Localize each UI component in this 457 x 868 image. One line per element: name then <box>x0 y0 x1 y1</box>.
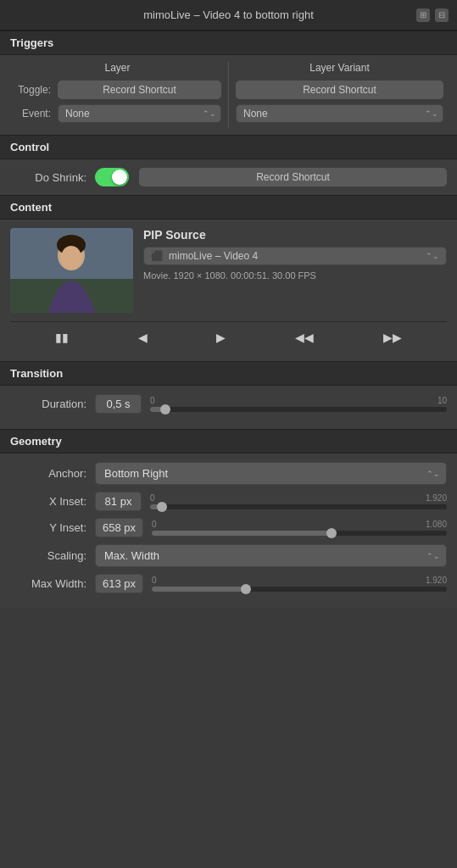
pause-button[interactable]: ▮▮ <box>48 327 75 348</box>
layer-shortcut-button[interactable]: Record Shortcut <box>58 81 221 99</box>
content-section: PIP Source ⬛ mimoLive – Video 4 ⌃⌄ Movie… <box>0 220 457 361</box>
anchor-select-wrapper: Bottom Right Top Left Top Right Bottom L… <box>95 462 447 485</box>
y-inset-slider-thumb <box>326 528 337 538</box>
layer-variant-col-header: Layer Variant <box>309 62 369 74</box>
pip-source-chevron: ⌃⌄ <box>426 252 439 260</box>
duration-slider-wrapper: 0 10 <box>150 396 447 412</box>
y-inset-range-labels: 0 1.080 <box>152 520 447 529</box>
pip-info: PIP Source ⬛ mimoLive – Video 4 ⌃⌄ Movie… <box>143 228 447 313</box>
anchor-row: Anchor: Bottom Right Top Left Top Right … <box>10 462 447 485</box>
y-inset-slider-track[interactable] <box>152 531 447 536</box>
layer-variant-shortcut-button[interactable]: Record Shortcut <box>236 81 443 99</box>
scaling-row: Scaling: Max. Width Max. Height Fit Fill… <box>10 544 447 567</box>
scaling-select-wrapper: Max. Width Max. Height Fit Fill ⌃⌄ <box>95 544 447 567</box>
y-inset-value[interactable]: 658 px <box>95 518 143 537</box>
skip-back-button[interactable]: ◀ <box>131 327 154 348</box>
variant-event-select[interactable]: None <box>236 104 443 123</box>
transition-header: Transition <box>0 361 457 386</box>
control-header: Control <box>0 135 457 159</box>
playback-controls: ▮▮ ◀ ▶ ◀◀ ▶▶ <box>10 321 447 353</box>
variant-shortcut-row: Record Shortcut <box>236 81 443 99</box>
max-width-label: Max Width: <box>10 577 86 590</box>
max-width-value[interactable]: 613 px <box>95 574 143 593</box>
variant-event-select-wrapper: None ⌃⌄ <box>236 104 443 123</box>
do-shrink-toggle[interactable] <box>95 168 129 186</box>
x-inset-value[interactable]: 81 px <box>95 492 142 511</box>
x-inset-slider-wrapper: 0 1.920 <box>150 493 447 509</box>
max-width-slider-wrapper: 0 1.920 <box>152 576 447 592</box>
pip-source-dropdown[interactable]: ⬛ mimoLive – Video 4 ⌃⌄ <box>143 247 447 265</box>
toggle-label: Toggle: <box>14 84 51 96</box>
svg-point-5 <box>61 246 81 270</box>
layer-event-select[interactable]: None <box>58 104 221 123</box>
y-inset-slider-wrapper: 0 1.080 <box>152 520 447 536</box>
window-icon-1[interactable]: ⊞ <box>416 8 430 22</box>
toggle-knob <box>112 170 127 185</box>
x-inset-slider-thumb <box>157 502 167 512</box>
duration-label: Duration: <box>10 398 86 410</box>
duration-value[interactable]: 0,5 s <box>95 394 142 414</box>
x-inset-row: X Inset: 81 px 0 1.920 <box>10 492 447 511</box>
duration-slider-thumb <box>160 404 170 415</box>
control-shortcut-button[interactable]: Record Shortcut <box>139 168 447 186</box>
pip-source-value: mimoLive – Video 4 <box>169 250 422 262</box>
y-inset-row: Y Inset: 658 px 0 1.080 <box>10 518 447 537</box>
rewind-to-start-button[interactable]: ◀◀ <box>288 327 320 348</box>
x-inset-label: X Inset: <box>10 495 86 508</box>
duration-slider-track[interactable] <box>150 407 447 412</box>
layer-event-row: Event: None ⌃⌄ <box>14 104 221 123</box>
skip-forward-button[interactable]: ▶ <box>209 327 232 348</box>
thumbnail-svg <box>10 228 133 313</box>
geometry-header: Geometry <box>0 429 457 453</box>
video-source-icon: ⬛ <box>151 250 164 262</box>
pip-row: PIP Source ⬛ mimoLive – Video 4 ⌃⌄ Movie… <box>10 228 447 313</box>
max-width-range-labels: 0 1.920 <box>152 576 447 585</box>
fast-forward-to-end-button[interactable]: ▶▶ <box>376 327 409 348</box>
layer-col-header: Layer <box>104 62 130 74</box>
x-inset-slider-track[interactable] <box>150 504 447 509</box>
duration-range-labels: 0 10 <box>150 396 447 405</box>
transition-content: Duration: 0,5 s 0 10 <box>0 386 457 429</box>
content-header: Content <box>0 195 457 220</box>
anchor-select[interactable]: Bottom Right Top Left Top Right Bottom L… <box>95 462 447 485</box>
geometry-content: Anchor: Bottom Right Top Left Top Right … <box>0 453 457 609</box>
triggers-divider <box>228 62 229 128</box>
scaling-label: Scaling: <box>10 549 86 562</box>
duration-row: Duration: 0,5 s 0 10 <box>10 394 447 414</box>
title-bar-icons: ⊞ ⊟ <box>416 8 449 22</box>
pip-meta-info: Movie. 1920 × 1080. 00:00:51. 30.00 FPS <box>143 270 447 281</box>
title-bar: mimoLive – Video 4 to bottom right ⊞ ⊟ <box>0 0 457 31</box>
triggers-content: Layer Toggle: Record Shortcut Event: Non… <box>0 55 457 135</box>
x-inset-range-labels: 0 1.920 <box>150 493 447 503</box>
event-label: Event: <box>14 108 51 120</box>
video-thumbnail <box>10 228 133 313</box>
scaling-select[interactable]: Max. Width Max. Height Fit Fill <box>95 544 447 567</box>
max-width-slider-track[interactable] <box>152 587 447 592</box>
window-title: mimoLive – Video 4 to bottom right <box>143 8 314 21</box>
layer-event-select-wrapper: None ⌃⌄ <box>58 104 221 123</box>
window-icon-2[interactable]: ⊟ <box>435 8 449 22</box>
do-shrink-label: Do Shrink: <box>10 171 86 184</box>
variant-event-row: None ⌃⌄ <box>236 104 443 123</box>
y-inset-label: Y Inset: <box>10 521 86 534</box>
triggers-header: Triggers <box>0 31 457 55</box>
y-inset-slider-fill <box>152 531 332 536</box>
max-width-row: Max Width: 613 px 0 1.920 <box>10 574 447 593</box>
max-width-slider-thumb <box>241 584 251 594</box>
control-content: Do Shrink: Record Shortcut <box>0 159 457 195</box>
anchor-label: Anchor: <box>10 467 86 480</box>
pip-source-title: PIP Source <box>143 228 447 242</box>
max-width-slider-fill <box>152 587 246 592</box>
layer-toggle-row: Toggle: Record Shortcut <box>14 81 221 99</box>
do-shrink-row: Do Shrink: Record Shortcut <box>10 168 447 186</box>
